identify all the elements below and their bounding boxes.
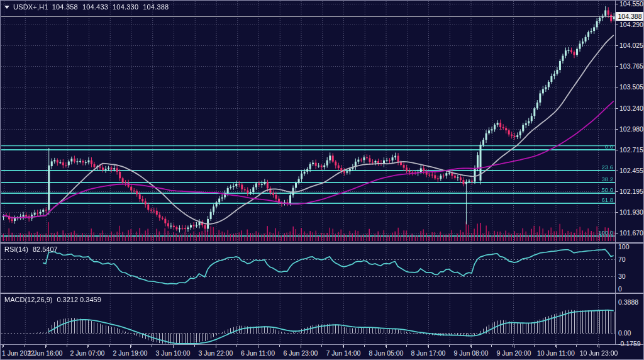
time-tick-mark bbox=[449, 345, 450, 347]
rsi-indicator-canvas[interactable] bbox=[1, 244, 615, 293]
close-value: 104.388 bbox=[143, 3, 169, 11]
time-tick-mark bbox=[514, 345, 514, 348]
time-tick-mark bbox=[386, 345, 387, 348]
time-axis-label: 7 Jun 14:00 bbox=[326, 349, 361, 357]
time-tick-mark bbox=[45, 345, 46, 348]
price-tick-mark bbox=[616, 212, 618, 213]
time-tick-mark bbox=[25, 345, 25, 347]
rsi-current-value: 82.5407 bbox=[33, 245, 58, 253]
time-axis-label: 3 Jun 22:00 bbox=[199, 349, 233, 357]
time-tick-mark bbox=[599, 345, 599, 348]
time-axis-label: 6 Jun 11:00 bbox=[241, 349, 275, 357]
price-tick-label: 101.930 bbox=[619, 208, 643, 216]
price-tick-mark bbox=[616, 4, 618, 4]
time-tick-mark bbox=[406, 345, 407, 347]
price-tick-mark bbox=[616, 87, 618, 87]
time-tick-mark bbox=[597, 345, 598, 347]
price-tick-label: 102.980 bbox=[619, 125, 643, 133]
symbol-timeframe-label: USDX+,H1 bbox=[13, 3, 48, 11]
rsi-scale-label: 30 bbox=[618, 273, 626, 280]
time-tick-mark bbox=[428, 345, 429, 348]
price-tick-mark bbox=[616, 66, 618, 67]
time-axis-label: 9 Jun 08:00 bbox=[454, 349, 489, 357]
time-tick-mark bbox=[3, 345, 3, 348]
time-tick-mark bbox=[3, 345, 4, 347]
time-axis-label: 6 Jun 23:00 bbox=[284, 349, 318, 357]
rsi-name: RSI(14) bbox=[4, 245, 28, 253]
chart-title: USDX+,H1 104.358 104.433 104.330 104.388 bbox=[4, 3, 169, 11]
macd-current-values: 0.3212 0.3459 bbox=[57, 296, 101, 303]
fib-level-label: 61.8 bbox=[586, 196, 613, 203]
time-tick-mark bbox=[576, 345, 577, 347]
time-tick-mark bbox=[513, 345, 513, 347]
time-tick-mark bbox=[491, 345, 492, 347]
time-axis-label: 2 Jun 07:00 bbox=[70, 349, 105, 357]
price-tick-label: 104.025 bbox=[619, 42, 643, 49]
time-axis-label: 2 Jun 19:00 bbox=[113, 349, 148, 357]
time-axis-label: 1 Jun 16:00 bbox=[28, 349, 63, 357]
price-tick-label: 104.550 bbox=[619, 0, 643, 8]
price-axis[interactable]: 104.388 104.550104.290104.025103.765103.… bbox=[616, 1, 644, 344]
fib-level-label: 38.2 bbox=[586, 176, 613, 183]
time-tick-mark bbox=[152, 345, 152, 347]
macd-pane-label: MACD(12,26,9) 0.3212 0.3459 bbox=[4, 296, 101, 303]
price-tick-label: 103.240 bbox=[619, 104, 643, 112]
pane-separator[interactable] bbox=[1, 242, 644, 244]
ohlc-readout: 104.358 104.433 104.330 104.388 bbox=[52, 3, 169, 11]
macd-scale-label: 0.3888 bbox=[618, 298, 638, 306]
fib-level-label: 100.0 bbox=[586, 229, 613, 236]
price-tick-mark bbox=[616, 233, 618, 233]
time-axis-label: 3 Jun 10:00 bbox=[156, 349, 191, 357]
time-tick-mark bbox=[194, 345, 195, 347]
open-value: 104.358 bbox=[52, 3, 78, 11]
price-tick-mark bbox=[616, 150, 618, 150]
rsi-scale-label: 0 bbox=[618, 285, 622, 293]
time-axis-label: 8 Jun 17:00 bbox=[411, 349, 446, 357]
time-tick-mark bbox=[534, 345, 535, 347]
time-axis-label: 8 Jun 05:00 bbox=[369, 349, 404, 357]
trading-chart-window: USDX+,H1 104.358 104.433 104.330 104.388… bbox=[0, 0, 644, 360]
time-tick-mark bbox=[131, 345, 131, 347]
macd-scale-label: 0.00 bbox=[618, 329, 631, 337]
price-tick-label: 102.715 bbox=[619, 146, 643, 154]
price-tick-mark bbox=[616, 108, 618, 109]
price-tick-label: 104.290 bbox=[619, 21, 643, 28]
price-tick-mark bbox=[616, 171, 618, 171]
price-tick-mark bbox=[616, 25, 618, 25]
time-tick-mark bbox=[87, 345, 88, 348]
price-tick-mark bbox=[616, 45, 618, 46]
time-tick-mark bbox=[173, 345, 174, 348]
time-axis-label: 10 Jun 23:00 bbox=[580, 349, 618, 357]
symbol-dropdown-icon[interactable] bbox=[4, 6, 9, 9]
main-chart-canvas[interactable] bbox=[1, 1, 615, 242]
fib-level-label: 0.0 bbox=[586, 143, 613, 150]
time-tick-mark bbox=[301, 345, 301, 348]
price-tick-label: 102.195 bbox=[619, 188, 643, 195]
price-tick-label: 101.670 bbox=[619, 229, 643, 237]
time-axis-label: 10 Jun 11:00 bbox=[537, 349, 575, 357]
time-tick-mark bbox=[67, 345, 67, 347]
time-tick-mark bbox=[109, 345, 110, 347]
time-tick-mark bbox=[471, 345, 472, 348]
time-tick-mark bbox=[46, 345, 47, 347]
price-tick-label: 103.765 bbox=[619, 62, 643, 70]
high-value: 104.433 bbox=[82, 3, 108, 11]
time-tick-mark bbox=[216, 345, 216, 348]
rsi-scale-label: 100 bbox=[618, 243, 630, 250]
fib-level-label: 23.6 bbox=[586, 164, 613, 171]
pane-separator[interactable] bbox=[1, 293, 644, 294]
time-tick-mark bbox=[556, 345, 557, 348]
price-tick-mark bbox=[616, 129, 618, 130]
price-tick-mark bbox=[616, 191, 618, 192]
time-axis-label: 9 Jun 20:00 bbox=[497, 349, 531, 357]
price-tick-label: 102.455 bbox=[619, 167, 643, 174]
time-tick-mark bbox=[279, 345, 280, 347]
price-tick-label: 103.505 bbox=[619, 83, 643, 91]
time-tick-mark bbox=[321, 345, 322, 347]
current-price-badge: 104.388 bbox=[616, 12, 644, 21]
time-axis[interactable]: 1 Jun 20221 Jun 16:002 Jun 07:002 Jun 19… bbox=[1, 345, 644, 360]
fib-level-label: 50.0 bbox=[586, 186, 613, 193]
time-tick-mark bbox=[88, 345, 89, 347]
rsi-pane-label: RSI(14) 82.5407 bbox=[4, 245, 58, 253]
time-tick-mark bbox=[130, 345, 131, 348]
